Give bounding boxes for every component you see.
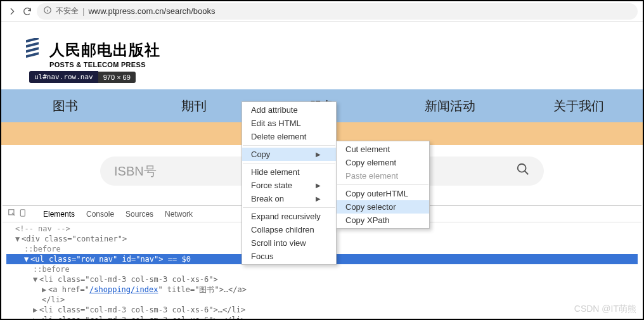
ctx-paste-element: Paste element: [337, 169, 429, 182]
url-text: www.ptpress.com.cn/search/books: [88, 6, 631, 16]
inspect-toggle-icon[interactable]: [8, 208, 16, 219]
chevron-right-icon: ▶: [316, 195, 321, 202]
nav-item-books[interactable]: 图书: [1, 98, 129, 115]
dom-line[interactable]: ▼<li class="col-md-3 col-sm-3 col-xs-6">: [6, 274, 638, 285]
dom-line[interactable]: ▶<li class="col-md-3 col-sm-3 col-xs-6">…: [6, 305, 638, 315]
ctx-force-state[interactable]: Force state▶: [242, 179, 336, 192]
watermark: CSDN @IT萌熊: [574, 304, 636, 315]
insecure-label: 不安全: [56, 6, 79, 16]
ctx-copy-element[interactable]: Copy element: [337, 156, 429, 169]
logo-text-cn: 人民邮电出版社: [49, 40, 160, 60]
ctx-collapse-children[interactable]: Collapse children: [242, 223, 336, 236]
ctx-expand-recursively[interactable]: Expand recursively: [242, 210, 336, 223]
logo-text-en: POSTS & TELECOM PRESS: [49, 61, 643, 68]
dom-line[interactable]: ▶<li class="col-md-3 col-sm-3 col-xs-6">…: [6, 315, 638, 320]
ctx-copy-xpath[interactable]: Copy XPath: [337, 214, 429, 227]
svg-line-8: [525, 171, 529, 175]
dom-line[interactable]: ▶<a href="/shopping/index" title="图书">…<…: [6, 285, 638, 295]
ctx-edit-html[interactable]: Edit as HTML: [242, 117, 336, 130]
ctx-delete-element[interactable]: Delete element: [242, 130, 336, 143]
nav-item-about[interactable]: 关于我们: [515, 98, 643, 115]
ctx-add-attribute[interactable]: Add attribute: [242, 103, 336, 117]
chevron-right-icon: ▶: [316, 182, 321, 189]
address-bar[interactable]: 不安全 | www.ptpress.com.cn/search/books: [37, 3, 638, 20]
dom-line: </li>: [6, 295, 638, 305]
inspect-dims: 970 × 69: [98, 72, 136, 83]
svg-rect-5: [26, 47, 39, 53]
inspect-selector: ul#nav.row.nav: [29, 71, 98, 83]
ctx-hide-element[interactable]: Hide element: [242, 165, 336, 179]
dom-line: ::before: [6, 264, 638, 274]
ctx-break-on[interactable]: Break on▶: [242, 192, 336, 205]
search-placeholder: ISBN号: [114, 163, 157, 180]
device-toggle-icon[interactable]: [19, 208, 28, 219]
ctx-copy-selector[interactable]: Copy selector: [337, 200, 429, 214]
logo-icon: [24, 38, 44, 62]
ctx-cut-element[interactable]: Cut element: [337, 143, 429, 156]
svg-rect-6: [26, 52, 39, 58]
tab-network[interactable]: Network: [165, 210, 193, 219]
ctx-copy-outerhtml[interactable]: Copy outerHTML: [337, 187, 429, 200]
tab-elements[interactable]: Elements: [43, 210, 75, 219]
ctx-copy[interactable]: Copy▶: [242, 148, 336, 161]
svg-point-7: [518, 164, 526, 172]
info-icon: [43, 6, 52, 16]
chevron-right-icon: ▶: [316, 151, 321, 158]
svg-rect-4: [26, 42, 39, 48]
inspect-tooltip: ul#nav.row.nav 970 × 69: [29, 71, 136, 83]
tab-console[interactable]: Console: [86, 210, 114, 219]
browser-toolbar: 不安全 | www.ptpress.com.cn/search/books: [1, 1, 643, 22]
context-submenu-copy: Cut element Copy element Paste element C…: [336, 141, 430, 229]
tab-sources[interactable]: Sources: [126, 210, 153, 219]
forward-icon[interactable]: [6, 6, 18, 17]
context-menu: Add attribute Edit as HTML Delete elemen…: [242, 101, 337, 265]
search-icon[interactable]: [516, 162, 530, 180]
svg-rect-3: [26, 38, 39, 42]
nav-item-journals[interactable]: 期刊: [129, 98, 257, 115]
ctx-scroll-into-view[interactable]: Scroll into view: [242, 236, 336, 250]
nav-item-news[interactable]: 新闻活动: [386, 98, 514, 115]
ctx-focus[interactable]: Focus: [242, 250, 336, 263]
svg-rect-10: [20, 210, 25, 217]
refresh-icon[interactable]: [22, 6, 33, 17]
site-logo[interactable]: 人民邮电出版社: [24, 38, 643, 62]
